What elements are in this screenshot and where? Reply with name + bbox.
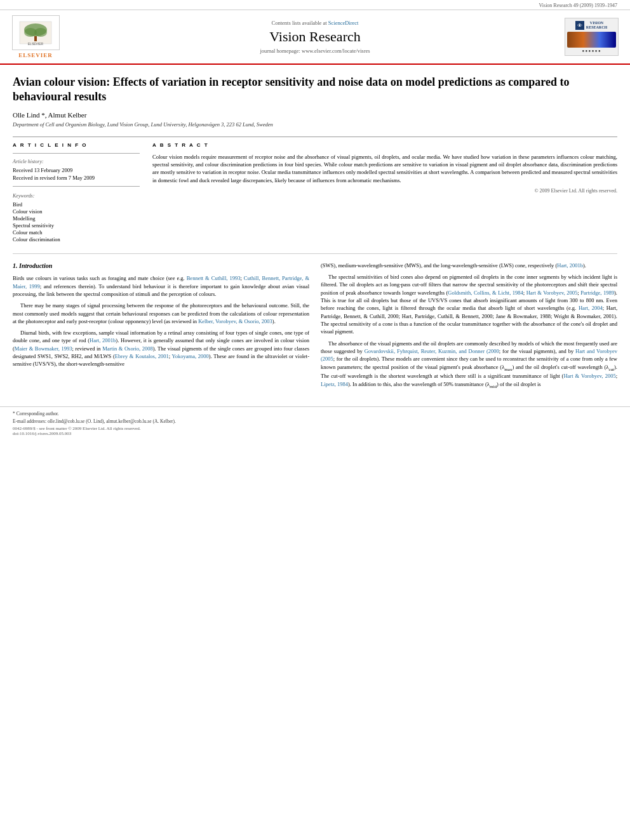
keywords-label: Keywords: (13, 193, 140, 199)
vr-logo-icon: 👁 (575, 21, 584, 30)
ref-hart2005a[interactable]: Hart & Vorobyev, 2005 (526, 290, 578, 296)
info-divider (13, 153, 140, 154)
ref-martin2008[interactable]: Martin & Osorio, 2008 (102, 345, 153, 352)
article-info-panel: A R T I C L E I N F O Article history: R… (13, 142, 140, 243)
history-label: Article history: (13, 159, 140, 164)
ref-cuthill1999[interactable]: Cuthill, Bennett, Partridge, & Maier, 19… (13, 275, 309, 289)
body-right-col: (SWS), medium-wavelength-sensitive (MWS)… (321, 262, 617, 394)
intro-para3: Diurnal birds, with few exceptions, samp… (13, 329, 309, 368)
keyword-5: Colour discrimination (13, 236, 140, 243)
right-para1: (SWS), medium-wavelength-sensitive (MWS)… (321, 262, 617, 269)
ref-ebrey2001[interactable]: Ebrey & Koutalos, 2001 (115, 353, 169, 359)
main-content: Avian colour vision: Effects of variatio… (0, 65, 630, 406)
revised-date: Received in revised form 7 May 2009 (13, 175, 140, 181)
elsevier-text-label: ELSEVIER (18, 52, 53, 58)
ref-partridge1989[interactable]: Partridge, 1989 (580, 290, 614, 296)
journal-homepage: journal homepage: www.elsevier.com/locat… (67, 48, 563, 54)
ref-goldsmith1984[interactable]: Goldsmith, Collins, & Licht, 1984 (448, 290, 523, 296)
ref-hart2001b-r[interactable]: Hart, 2001b (557, 262, 583, 269)
top-bar: Vision Research 49 (2009) 1939–1947 (0, 0, 630, 10)
sciencedirect-link: Contents lists available at ScienceDirec… (67, 20, 563, 26)
ref-hart2004[interactable]: Hart, 2004 (579, 305, 603, 311)
ref-kelber2003[interactable]: Kelber, Vorobyev, & Osorio, 2003 (198, 318, 272, 324)
journal-title-display: Vision Research (67, 29, 563, 45)
corresponding-note: * Corresponding author. (13, 411, 617, 417)
intro-para2: There may be many stages of signal proce… (13, 302, 309, 325)
keyword-4: Colour match (13, 229, 140, 236)
keywords-section: Keywords: Bird Colour vision Modelling S… (13, 193, 140, 243)
journal-center: Contents lists available at ScienceDirec… (67, 20, 563, 54)
vr-logo-box: 👁 VISION RESEARCH ● ● ● ● ● ● (565, 18, 619, 56)
article-info-header: A R T I C L E I N F O (13, 142, 140, 148)
vr-image-bar (567, 32, 616, 48)
article-title: Avian colour vision: Effects of variatio… (13, 75, 617, 105)
vr-logo-top: 👁 VISION RESEARCH (575, 21, 607, 30)
keywords-divider (13, 186, 140, 187)
received-date: Received 13 February 2009 (13, 167, 140, 173)
abstract-section: A B S T R A C T Colour vision models req… (152, 142, 617, 243)
elsevier-tree-icon: ELSEVIER (17, 18, 55, 47)
ref-bennett1993[interactable]: Bennett & Cuthill, 1993 (187, 275, 241, 281)
svg-text:ELSEVIER: ELSEVIER (28, 42, 44, 46)
abstract-text: Colour vision models require measurement… (152, 153, 617, 184)
ref-govardovskii2000[interactable]: Govardovskii, Fyhrquist, Reuter, Kuzmin,… (365, 348, 499, 354)
email-addresses: olle.lind@cob.lu.se (O. Lind), almut.kel… (48, 418, 176, 424)
right-para2: The spectral sensitivities of bird cones… (321, 273, 617, 336)
right-para3: The absorbance of the visual pigments an… (321, 340, 617, 390)
info-section: A R T I C L E I N F O Article history: R… (13, 137, 617, 243)
body-left-col: 1. Introduction Birds use colours in var… (13, 262, 309, 394)
svg-text:👁: 👁 (577, 23, 582, 29)
doi-note: doi:10.1016/j.visres.2009.05.003 (13, 431, 617, 436)
page-wrapper: Vision Research 49 (2009) 1939–1947 ELSE… (0, 0, 630, 440)
body-columns: 1. Introduction Birds use colours in var… (13, 262, 617, 406)
ref-hart2005c[interactable]: Hart & Vorobyev, 2005 (563, 373, 615, 379)
body-divider (13, 253, 617, 254)
svg-rect-4 (34, 36, 37, 41)
intro-section-title: 1. Introduction (13, 262, 309, 271)
email-label: E-mail addresses: (13, 418, 46, 424)
svg-point-3 (34, 28, 47, 37)
abstract-header: A B S T R A C T (152, 142, 617, 148)
authors: Olle Lind *, Almut Kelber (13, 111, 617, 119)
elsevier-logo-box: ELSEVIER (12, 15, 60, 50)
sciencedirect-anchor[interactable]: ScienceDirect (328, 20, 359, 26)
elsevier-logo: ELSEVIER ELSEVIER (10, 15, 61, 58)
ref-lipetz1984[interactable]: Lipetz, 1984 (321, 381, 348, 387)
page-footer: * Corresponding author. E-mail addresses… (0, 406, 630, 440)
email-footnote: E-mail addresses: olle.lind@cob.lu.se (O… (13, 418, 617, 424)
affiliation: Department of Cell and Organism Biology,… (13, 121, 617, 128)
keyword-3: Spectral sensitivity (13, 222, 140, 229)
intro-para1: Birds use colours in various tasks such … (13, 274, 309, 298)
vision-research-logo: 👁 VISION RESEARCH ● ● ● ● ● ● (563, 18, 620, 56)
vr-dots: ● ● ● ● ● ● (582, 49, 600, 53)
license-note: 0042-6989/$ - see front matter © 2009 El… (13, 426, 617, 431)
ref-maier1993[interactable]: Maier & Bowmaker, 1993 (15, 345, 72, 352)
ref-yokoyama2000[interactable]: Yokoyama, 2000 (172, 353, 209, 359)
journal-header: ELSEVIER ELSEVIER Contents lists availab… (0, 10, 630, 65)
keyword-1: Colour vision (13, 208, 140, 215)
vr-title-text: VISION RESEARCH (586, 21, 607, 30)
keyword-2: Modelling (13, 215, 140, 222)
journal-info-top: Vision Research 49 (2009) 1939–1947 (539, 3, 618, 8)
copyright-text: © 2009 Elsevier Ltd. All rights reserved… (152, 188, 617, 194)
ref-hart2001b[interactable]: Hart, 2001b (90, 337, 116, 343)
keyword-0: Bird (13, 201, 140, 208)
